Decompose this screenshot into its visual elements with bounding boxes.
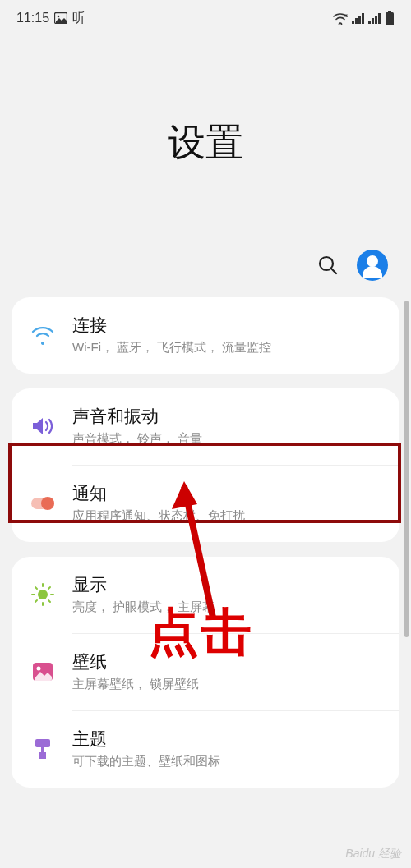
- svg-line-24: [35, 600, 37, 602]
- svg-point-16: [38, 590, 48, 599]
- speaker-icon: [28, 416, 58, 437]
- item-subtitle: 声音模式， 铃声， 音量: [72, 431, 383, 447]
- svg-rect-10: [388, 11, 391, 12]
- item-title: 壁纸: [72, 650, 383, 673]
- watermark: Baidu 经验: [345, 847, 401, 861]
- page-title: 设置: [168, 117, 243, 168]
- svg-rect-28: [41, 747, 44, 752]
- list-item-connections[interactable]: 连接 Wi-Fi， 蓝牙， 飞行模式， 流量监控: [12, 297, 399, 374]
- status-time: 11:15: [16, 11, 49, 25]
- svg-point-26: [37, 666, 41, 670]
- list-item-display[interactable]: 显示 亮度， 护眼模式， 主屏幕: [12, 557, 399, 633]
- item-title: 连接: [72, 314, 383, 337]
- battery-icon: [385, 11, 395, 25]
- svg-rect-27: [35, 739, 50, 747]
- item-title: 主题: [72, 728, 383, 751]
- signal-icon-2: [368, 12, 381, 24]
- svg-rect-8: [375, 16, 377, 24]
- wallpaper-icon: [28, 662, 58, 682]
- wifi-icon: [28, 325, 58, 345]
- item-title: 声音和振动: [72, 405, 383, 428]
- svg-line-22: [48, 600, 50, 602]
- page-title-area: 设置: [0, 36, 411, 250]
- svg-point-1: [58, 16, 60, 18]
- item-title: 显示: [72, 573, 383, 596]
- card-display-wallpaper-theme: 显示 亮度， 护眼模式， 主屏幕 壁纸 主屏幕壁纸， 锁屏壁纸 主题 可下载的主…: [12, 557, 399, 788]
- wifi-icon: [332, 11, 349, 25]
- item-subtitle: 亮度， 护眼模式， 主屏幕: [72, 599, 383, 615]
- svg-rect-9: [378, 13, 381, 24]
- notification-toggle-icon: [28, 495, 58, 512]
- svg-line-13: [331, 269, 336, 273]
- svg-rect-2: [352, 21, 354, 24]
- item-title: 通知: [72, 482, 383, 505]
- svg-rect-5: [362, 13, 364, 24]
- list-item-notifications[interactable]: 通知 应用程序通知、状态栏、免打扰: [12, 466, 399, 542]
- signal-icon: [352, 12, 365, 24]
- svg-point-15: [41, 497, 54, 510]
- settings-list: 连接 Wi-Fi， 蓝牙， 飞行模式， 流量监控 声音和振动 声音模式， 铃声，…: [12, 297, 399, 788]
- brightness-icon: [28, 583, 58, 606]
- scroll-bar[interactable]: [404, 301, 409, 637]
- theme-brush-icon: [28, 737, 58, 760]
- svg-line-21: [35, 587, 37, 589]
- svg-rect-7: [372, 18, 374, 24]
- item-subtitle: Wi-Fi， 蓝牙， 飞行模式， 流量监控: [72, 340, 383, 356]
- item-subtitle: 应用程序通知、状态栏、免打扰: [72, 508, 383, 524]
- item-subtitle: 可下载的主题、壁纸和图标: [72, 754, 383, 769]
- profile-avatar-icon[interactable]: [357, 250, 388, 281]
- picture-icon: [54, 12, 67, 24]
- svg-rect-11: [386, 12, 394, 25]
- list-item-sound[interactable]: 声音和振动 声音模式， 铃声， 音量: [12, 388, 399, 465]
- svg-rect-3: [355, 18, 358, 24]
- card-connections: 连接 Wi-Fi， 蓝牙， 飞行模式， 流量监控: [12, 297, 399, 374]
- card-sound-notifications: 声音和振动 声音模式， 铃声， 音量 通知 应用程序通知、状态栏、免打扰: [12, 388, 399, 542]
- status-bar: 11:15 听: [0, 0, 411, 36]
- list-item-wallpaper[interactable]: 壁纸 主屏幕壁纸， 锁屏壁纸: [12, 634, 399, 710]
- svg-rect-6: [368, 21, 371, 24]
- list-item-theme[interactable]: 主题 可下载的主题、壁纸和图标: [12, 711, 399, 788]
- svg-rect-4: [358, 16, 361, 24]
- svg-line-23: [48, 587, 50, 589]
- item-subtitle: 主屏幕壁纸， 锁屏壁纸: [72, 677, 383, 692]
- status-app-label: 听: [72, 10, 85, 27]
- actions-row: [0, 250, 411, 297]
- search-icon[interactable]: [317, 255, 339, 276]
